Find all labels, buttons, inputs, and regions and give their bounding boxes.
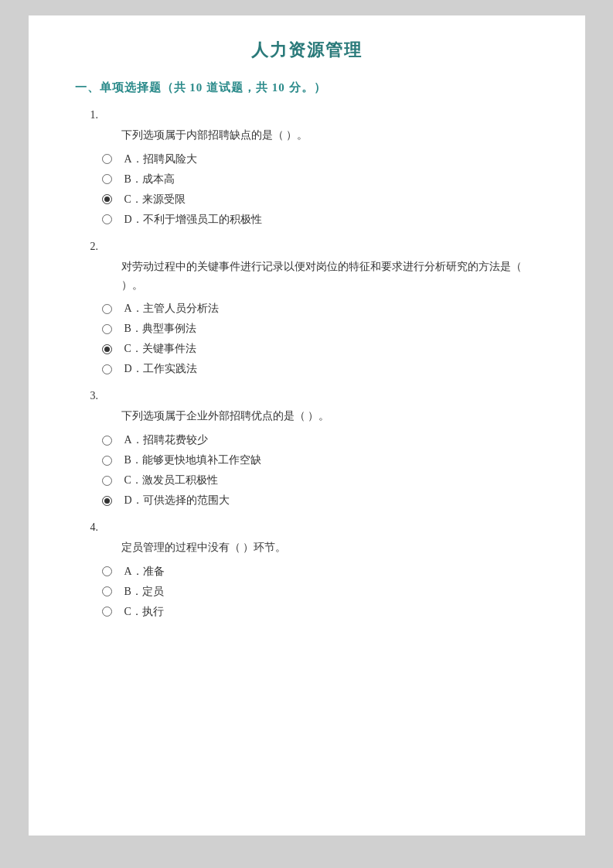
question-4-option-1[interactable]: B．定员 <box>98 585 539 599</box>
radio-1-3[interactable] <box>98 214 117 224</box>
option-label-2-0: A．主管人员分析法 <box>124 302 219 316</box>
question-1-option-1[interactable]: B．成本高 <box>98 173 539 186</box>
question-1-options: A．招聘风险大B．成本高C．来源受限D．不利于增强员工的积极性 <box>98 152 539 227</box>
option-label-1-2: C．来源受限 <box>124 193 186 207</box>
radio-3-0[interactable] <box>98 436 117 446</box>
option-label-4-2: C．执行 <box>124 605 164 619</box>
radio-3-1[interactable] <box>98 456 117 466</box>
question-2-option-3[interactable]: D．工作实践法 <box>98 362 539 376</box>
option-label-4-1: B．定员 <box>124 585 164 599</box>
question-4-options: A．准备B．定员C．执行 <box>98 565 539 619</box>
question-3-option-2[interactable]: C．激发员工积极性 <box>98 473 539 487</box>
question-3-option-0[interactable]: A．招聘花费较少 <box>98 433 539 447</box>
question-3-option-1[interactable]: B．能够更快地填补工作空缺 <box>98 453 539 467</box>
question-3-option-3[interactable]: D．可供选择的范围大 <box>98 494 539 507</box>
question-4: 4.定员管理的过程中没有（ ）环节。A．准备B．定员C．执行 <box>75 521 539 619</box>
radio-2-1[interactable] <box>98 324 117 334</box>
questions-container: 1.下列选项属于内部招聘缺点的是（ ）。A．招聘风险大B．成本高C．来源受限D．… <box>75 109 539 619</box>
radio-3-2[interactable] <box>98 476 117 486</box>
option-label-2-1: B．典型事例法 <box>124 322 196 336</box>
question-3-number: 3. <box>90 390 539 402</box>
option-label-3-2: C．激发员工积极性 <box>124 473 218 487</box>
question-1-text: 下列选项属于内部招聘缺点的是（ ）。 <box>121 126 539 145</box>
question-3-options: A．招聘花费较少B．能够更快地填补工作空缺C．激发员工积极性D．可供选择的范围大 <box>98 433 539 507</box>
radio-4-2[interactable] <box>98 607 117 617</box>
question-3: 3.下列选项属于企业外部招聘优点的是（ ）。A．招聘花费较少B．能够更快地填补工… <box>75 390 539 507</box>
question-2-option-2[interactable]: C．关键事件法 <box>98 342 539 356</box>
radio-3-3[interactable] <box>98 496 117 506</box>
option-label-2-3: D．工作实践法 <box>124 362 197 376</box>
option-label-1-3: D．不利于增强员工的积极性 <box>124 213 262 227</box>
question-2-options: A．主管人员分析法B．典型事例法C．关键事件法D．工作实践法 <box>98 302 539 376</box>
question-4-option-2[interactable]: C．执行 <box>98 605 539 619</box>
option-label-4-0: A．准备 <box>124 565 165 579</box>
question-4-text: 定员管理的过程中没有（ ）环节。 <box>121 538 539 557</box>
question-3-text: 下列选项属于企业外部招聘优点的是（ ）。 <box>121 407 539 425</box>
section-title: 一、单项选择题（共 10 道试题，共 10 分。） <box>75 80 539 95</box>
page-title: 人力资源管理 <box>75 39 539 62</box>
question-1-option-2[interactable]: C．来源受限 <box>98 193 539 207</box>
option-label-3-0: A．招聘花费较少 <box>124 433 208 447</box>
question-2-text: 对劳动过程中的关键事件进行记录以便对岗位的特征和要求进行分析研究的方法是（ ）。 <box>121 258 539 295</box>
question-2-option-0[interactable]: A．主管人员分析法 <box>98 302 539 316</box>
question-1: 1.下列选项属于内部招聘缺点的是（ ）。A．招聘风险大B．成本高C．来源受限D．… <box>75 109 539 227</box>
question-2-option-1[interactable]: B．典型事例法 <box>98 322 539 336</box>
option-label-1-0: A．招聘风险大 <box>124 152 197 166</box>
radio-2-2[interactable] <box>98 344 117 354</box>
option-label-3-3: D．可供选择的范围大 <box>124 494 230 507</box>
question-2-number: 2. <box>90 241 539 253</box>
radio-4-1[interactable] <box>98 586 117 596</box>
question-4-number: 4. <box>90 521 539 534</box>
radio-1-1[interactable] <box>98 174 117 184</box>
question-1-number: 1. <box>90 109 539 121</box>
radio-4-0[interactable] <box>98 566 117 576</box>
option-label-3-1: B．能够更快地填补工作空缺 <box>124 453 261 467</box>
question-2: 2.对劳动过程中的关键事件进行记录以便对岗位的特征和要求进行分析研究的方法是（ … <box>75 241 539 377</box>
exam-page: 人力资源管理 一、单项选择题（共 10 道试题，共 10 分。） 1.下列选项属… <box>29 15 585 836</box>
question-1-option-3[interactable]: D．不利于增强员工的积极性 <box>98 213 539 227</box>
radio-2-3[interactable] <box>98 364 117 374</box>
radio-2-0[interactable] <box>98 304 117 314</box>
option-label-1-1: B．成本高 <box>124 173 175 186</box>
radio-1-0[interactable] <box>98 154 117 164</box>
option-label-2-2: C．关键事件法 <box>124 342 196 356</box>
question-4-option-0[interactable]: A．准备 <box>98 565 539 579</box>
question-1-option-0[interactable]: A．招聘风险大 <box>98 152 539 166</box>
radio-1-2[interactable] <box>98 194 117 204</box>
